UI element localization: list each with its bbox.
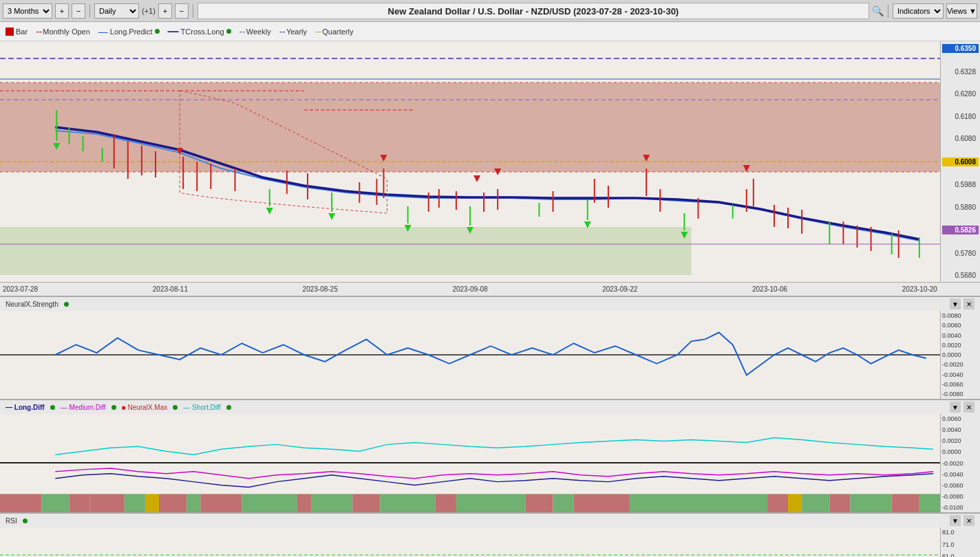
neuralx-title: NeuralX.Strength [6,301,58,308]
diff-y-8: -0.0080 [942,493,979,500]
diff-neuralx-label: ■ NeuralX.Max [122,404,168,411]
neuralx-y-6: -0.0020 [942,361,979,368]
rsi-collapse[interactable]: ▼ [950,515,961,526]
date-labels: 2023-07-28 2023-08-11 2023-08-25 2023-09… [0,285,940,293]
legend-quarterly-item: - - Quarterly [315,26,353,37]
svg-rect-92 [456,494,525,512]
price-label-5826: 0.5826 [942,226,979,234]
period-minus[interactable]: − [175,3,189,19]
legend-weekly-item: - - Weekly [239,26,271,37]
legend-long-predict-item: — Long.Predict [98,26,160,37]
price-label-10: 0.5680 [942,272,979,279]
svg-rect-84 [187,494,200,512]
svg-rect-93 [525,494,553,512]
long-predict-icon: — [98,26,108,37]
neuralx-collapse[interactable]: ▼ [950,298,961,309]
date-label-3: 2023-08-25 [303,285,338,293]
price-label-6008: 0.6008 [942,157,979,166]
neuralx-y-1: 0.0080 [942,312,979,319]
diff-long-dot [50,405,55,410]
neuralx-panel: NeuralX.Strength ▼ ✕ 0.0080 0.0060 0.004… [0,296,980,399]
diff-medium-label: — Medium.Diff [61,404,106,411]
indicators-select[interactable]: Indicators [893,3,944,19]
svg-rect-82 [145,494,159,512]
svg-rect-96 [629,494,767,512]
interval-select[interactable]: Daily Weekly Monthly [94,3,139,19]
date-label-4: 2023-09-08 [452,285,487,293]
quarterly-icon: - - [315,26,320,37]
rsi-chart[interactable] [0,527,940,557]
diff-collapse[interactable]: ▼ [950,402,961,413]
neuralx-dot [64,302,69,307]
neuralx-close[interactable]: ✕ [963,298,974,309]
main-chart-svg [0,41,940,282]
neuralx-y-2: 0.0060 [942,322,979,329]
svg-rect-80 [90,494,125,512]
plus1-label: (+1) [142,7,156,15]
svg-rect-85 [200,494,242,512]
diff-close[interactable]: ✕ [963,402,974,413]
timeframe-select[interactable]: 3 Months 1 Month 6 Months [3,3,52,19]
price-label-2: 0.6328 [942,68,979,76]
date-label-2: 2023-08-11 [153,285,188,293]
rsi-body: 81.0 71.0 61.0 51.0 41.0 31.0 21.0 11.0 [0,527,980,557]
neuralx-y-8: -0.0060 [942,381,979,388]
rsi-y-1: 81.0 [942,529,979,536]
tcross-dot [226,29,231,34]
svg-rect-98 [788,494,802,512]
svg-rect-101 [850,494,891,512]
svg-rect-91 [436,494,456,512]
rsi-axis: 81.0 71.0 61.0 51.0 41.0 31.0 21.0 11.0 [940,527,980,557]
svg-rect-103 [919,494,940,512]
diff-long-label: — Long.Diff [6,404,45,411]
legend-bar: Bar - - Monthly Open — Long.Predict — TC… [0,22,980,41]
diff-y-7: -0.0060 [942,482,979,489]
diff-panel: — Long.Diff — Medium.Diff ■ NeuralX.Max … [0,399,980,512]
date-axis: 2023-07-28 2023-08-11 2023-08-25 2023-09… [0,282,980,296]
legend-long-predict-label: Long.Predict [110,28,153,36]
search-icon[interactable]: 🔍 [872,6,884,17]
rsi-controls: ▼ ✕ [950,515,974,526]
diff-controls: ▼ ✕ [950,402,974,413]
svg-rect-89 [352,494,380,512]
date-label-1: 2023-07-28 [3,285,38,293]
svg-rect-87 [297,494,311,512]
toolbar: 3 Months 1 Month 6 Months + − Daily Week… [0,0,980,22]
diff-y-9: -0.0100 [942,504,979,511]
svg-rect-88 [311,494,352,512]
neuralx-axis: 0.0080 0.0060 0.0040 0.0020 0.0000 -0.00… [940,311,980,399]
long-predict-dot [155,29,160,34]
svg-rect-79 [69,494,89,512]
price-axis: 0.6350 0.6328 0.6280 0.6180 0.6080 0.600… [940,41,980,282]
views-button[interactable]: Views ▼ [946,3,977,19]
price-label-4: 0.6180 [942,113,979,120]
rsi-header: RSI ▼ ✕ [0,514,980,527]
diff-short-label: — Short.Diff [183,404,220,411]
date-label-6: 2023-10-06 [752,285,787,293]
timeframe-plus[interactable]: + [55,3,69,19]
neuralx-y-5: 0.0000 [942,351,979,358]
svg-rect-81 [125,494,145,512]
svg-rect-4 [0,227,691,275]
legend-monthly-open-item: - - Monthly Open [36,26,90,37]
price-label-3: 0.6280 [942,90,979,98]
neuralx-controls: ▼ ✕ [950,298,974,309]
rsi-close[interactable]: ✕ [963,515,974,526]
legend-monthly-open-label: Monthly Open [43,28,89,36]
diff-chart[interactable] [0,414,940,512]
diff-y-6: -0.0040 [942,471,979,478]
svg-rect-77 [0,494,41,512]
svg-rect-94 [553,494,574,512]
separator-1 [89,4,90,18]
diff-header: — Long.Diff — Medium.Diff ■ NeuralX.Max … [0,400,980,414]
rsi-dot [23,518,28,523]
diff-y-1: 0.0060 [942,415,979,422]
timeframe-minus[interactable]: − [72,3,85,19]
svg-rect-97 [767,494,788,512]
main-chart-canvas[interactable] [0,41,940,282]
neuralx-y-9: -0.0080 [942,391,979,397]
legend-weekly-label: Weekly [246,28,271,36]
neuralx-chart[interactable] [0,311,940,399]
yearly-icon: - - [279,26,284,37]
period-plus[interactable]: + [158,3,172,19]
